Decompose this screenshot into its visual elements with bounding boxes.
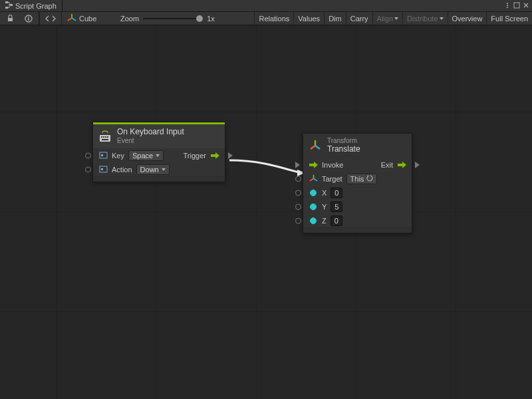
toolbar-item-values[interactable]: Values: [293, 12, 324, 25]
input-port-invoke[interactable]: [295, 162, 300, 168]
breadcrumb-label: Cube: [79, 15, 96, 23]
input-port-y[interactable]: [295, 203, 301, 209]
input-port-action[interactable]: [85, 166, 91, 172]
script-graph-icon: [5, 1, 13, 10]
toolbar-item-dim[interactable]: Dim: [324, 12, 346, 25]
toolbar-item-carry[interactable]: Carry: [346, 12, 372, 25]
transform-icon: [67, 13, 76, 24]
svg-rect-18: [105, 136, 106, 138]
row-invoke: Invoke Exit: [303, 158, 412, 172]
toolbar-item-relations[interactable]: Relations: [254, 12, 293, 25]
enum-icon: [98, 165, 108, 174]
exit-label: Exit: [381, 161, 393, 169]
invoke-label: Invoke: [322, 161, 343, 169]
node-subtitle: Event: [117, 137, 184, 145]
row-x: X 0: [303, 186, 412, 200]
svg-rect-20: [102, 139, 108, 140]
input-port-target[interactable]: [295, 176, 301, 182]
node-transform-translate[interactable]: Transform Translate Invoke Exit: [303, 133, 412, 233]
enum-icon: [98, 151, 108, 160]
graph-canvas[interactable]: On Keyboard Input Event Key Space Trigge…: [0, 25, 532, 399]
svg-line-36: [313, 179, 317, 182]
transform-icon: [309, 139, 322, 152]
svg-rect-6: [514, 3, 519, 8]
tab-title: Script Graph: [15, 2, 57, 10]
output-port-trigger[interactable]: [228, 152, 233, 159]
output-port-exit[interactable]: [415, 162, 420, 168]
z-label: Z: [322, 217, 327, 225]
svg-rect-9: [28, 18, 29, 21]
breadcrumb[interactable]: Cube: [62, 12, 115, 25]
canvas-grid: [0, 25, 532, 399]
toolbar-item-align: Align: [372, 12, 402, 25]
z-field[interactable]: 0: [331, 215, 342, 226]
flow-arrow-icon: [397, 161, 406, 169]
input-port-x[interactable]: [295, 190, 301, 196]
node-header[interactable]: On Keyboard Input Event: [93, 124, 225, 148]
action-dropdown[interactable]: Down: [136, 164, 170, 175]
input-port-z[interactable]: [295, 217, 301, 223]
row-key: Key Space Trigger: [93, 148, 225, 162]
tab-bar: Script Graph: [0, 0, 532, 12]
svg-rect-21: [100, 152, 107, 158]
target-field[interactable]: This: [346, 174, 378, 184]
svg-rect-32: [398, 164, 402, 166]
node-overtitle: Transform: [327, 137, 360, 145]
zoom-slider[interactable]: [143, 18, 203, 19]
svg-rect-0: [5, 1, 8, 3]
svg-rect-19: [107, 136, 108, 138]
svg-point-5: [507, 7, 508, 8]
node-header[interactable]: Transform Translate: [303, 134, 412, 158]
svg-rect-30: [309, 164, 314, 166]
toolbar-item-full-screen[interactable]: Full Screen: [486, 12, 532, 25]
maximize-icon[interactable]: [513, 2, 520, 10]
row-target: Target This: [303, 172, 412, 186]
key-label: Key: [112, 152, 124, 160]
y-label: Y: [322, 203, 327, 211]
kebab-menu-icon[interactable]: [504, 2, 511, 10]
x-label: X: [322, 189, 327, 197]
target-label: Target: [322, 175, 342, 183]
input-port-key[interactable]: [85, 152, 91, 158]
svg-rect-1: [5, 7, 8, 9]
toolbar-item-overview[interactable]: Overview: [448, 12, 487, 25]
key-dropdown[interactable]: Space: [128, 150, 164, 161]
x-field[interactable]: 0: [331, 188, 342, 198]
svg-rect-7: [8, 18, 13, 21]
svg-marker-31: [314, 162, 318, 168]
node-footer: [303, 227, 412, 233]
svg-line-13: [72, 18, 76, 21]
zoom-label: Zoom: [120, 15, 139, 23]
trigger-label: Trigger: [184, 152, 206, 160]
svg-marker-24: [215, 152, 219, 159]
y-field[interactable]: 5: [331, 201, 342, 212]
code-button[interactable]: [40, 12, 61, 25]
info-button[interactable]: [21, 12, 36, 25]
zoom-value: 1x: [207, 15, 215, 23]
lock-button[interactable]: [3, 12, 17, 25]
reload-icon: [366, 175, 373, 183]
toolbar-item-distribute: Distribute: [402, 12, 447, 25]
svg-line-12: [68, 18, 72, 21]
svg-point-4: [507, 5, 508, 6]
row-z: Z 0: [303, 213, 412, 227]
svg-rect-10: [28, 16, 29, 17]
svg-rect-17: [103, 136, 104, 138]
node-footer: [93, 176, 225, 182]
float-icon: [309, 188, 318, 198]
float-icon: [309, 216, 318, 225]
tab-bar-fill: [63, 0, 532, 11]
close-icon[interactable]: [523, 2, 529, 10]
svg-line-35: [310, 179, 314, 182]
row-y: Y 5: [303, 200, 412, 213]
svg-point-3: [507, 3, 508, 4]
row-action: Action Down: [93, 162, 225, 176]
flow-arrow-icon: [309, 161, 318, 169]
keyboard-icon: [98, 130, 112, 143]
svg-rect-26: [101, 168, 103, 170]
node-on-keyboard-input[interactable]: On Keyboard Input Event Key Space Trigge…: [92, 122, 225, 182]
toolbar: Cube Zoom 1x RelationsValuesDimCarryAlig…: [0, 12, 532, 25]
svg-rect-25: [100, 166, 107, 172]
svg-line-29: [315, 146, 320, 149]
tab-script-graph[interactable]: Script Graph: [0, 0, 63, 11]
